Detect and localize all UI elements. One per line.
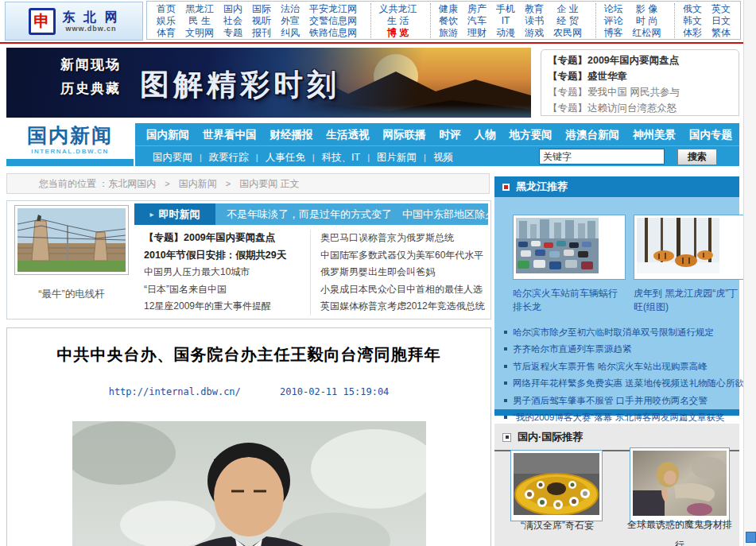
channel-link[interactable]: 生活透视	[327, 129, 370, 141]
sidebar2-thumb-banquet[interactable]	[510, 450, 603, 521]
sidebar-link[interactable]: 男子酒后驾车肇事不服管 口手并用咬伤两名交警	[513, 396, 708, 405]
sidebar1-thumb-traffic[interactable]: 哈尔滨火车站前车辆蜗行排长龙	[513, 215, 626, 314]
top-nav-link[interactable]: 评论	[604, 15, 623, 26]
channel-link[interactable]: 国内专题	[689, 129, 732, 141]
top-nav-link[interactable]: 娱乐	[157, 15, 176, 26]
sidebar-link[interactable]: 网络拜年花样繁多免费实惠 送菜地传视频送礼物随心所欲	[513, 378, 744, 388]
top-nav-link[interactable]: 法治	[281, 3, 300, 14]
headline-link[interactable]: 2010年节假日安排：假期共29天	[144, 250, 286, 261]
sidebar-link[interactable]: “我的2009博客大赛”落幕 东北博客网友两篇文章获奖	[513, 412, 724, 422]
channel-link[interactable]: 港澳台新闻	[566, 129, 620, 141]
breadcrumb-link[interactable]: 东北网国内	[108, 178, 156, 189]
headline-link[interactable]: “日本”国名来自中国	[144, 284, 227, 295]
top-nav-link[interactable]: 俄文	[683, 3, 702, 14]
headline-link[interactable]: 中国男人压力最大10城市	[144, 266, 250, 277]
top-nav-link[interactable]: 餐饮	[439, 15, 458, 26]
top-nav-link[interactable]: 生 活	[379, 15, 417, 26]
headline-link[interactable]: 英国媒体称普京考虑2012年竞选俄总统	[320, 300, 485, 312]
breadcrumb-link[interactable]: 国内新闻	[179, 178, 217, 189]
top-nav-link[interactable]: 手机	[496, 3, 515, 14]
subchannel-link[interactable]: 人事任免	[266, 152, 305, 163]
top-nav-link[interactable]: 读书	[525, 15, 544, 26]
subchannel-link[interactable]: 视频	[433, 152, 453, 163]
channel-link[interactable]: 人物	[475, 129, 496, 141]
top-nav-link[interactable]: 社会	[223, 15, 242, 26]
top-nav-link[interactable]: 黑龙江	[185, 3, 214, 14]
photo-card[interactable]: “最牛”的电线杆	[13, 205, 130, 301]
top-nav-link[interactable]: 韩文	[683, 15, 702, 26]
top-nav-link[interactable]: 理财	[467, 27, 487, 38]
special-topic-link[interactable]: 【专题】爱我中国 网民共参与	[548, 84, 739, 100]
news-ticker[interactable]: 不是年味淡了，而是过年的方式变了 中国中东部地区除夕之际将迎大雪	[215, 203, 488, 225]
top-nav-link[interactable]: 论坛	[604, 3, 623, 14]
top-nav-link[interactable]: 博客	[604, 27, 623, 38]
channel-link[interactable]: 时评	[440, 129, 461, 141]
top-nav-link[interactable]: 义共龙江	[379, 3, 417, 14]
search-button[interactable]: 搜索	[677, 149, 717, 165]
top-nav-link[interactable]: 游戏	[525, 27, 544, 38]
top-nav-link[interactable]: 日文	[711, 15, 731, 26]
scrollbar-button[interactable]	[746, 532, 756, 543]
top-nav-link[interactable]: 企 业	[553, 3, 582, 14]
top-nav-link[interactable]: 英文	[711, 3, 731, 14]
channel-link[interactable]: 神州美景	[633, 129, 676, 141]
top-nav-link[interactable]: 旅游	[439, 27, 458, 38]
top-nav-link[interactable]: 体彩	[683, 27, 702, 38]
top-nav-link[interactable]: IT	[496, 15, 515, 26]
top-nav-link[interactable]: 交警信息网	[309, 15, 357, 26]
special-topic-link[interactable]: 【专题】盛世华章	[548, 68, 739, 84]
top-nav-link[interactable]: 视听	[252, 15, 271, 26]
special-topic-link[interactable]: 【专题】2009年国内要闻盘点	[548, 52, 739, 68]
subchannel-link[interactable]: 政要行踪	[209, 152, 249, 163]
channel-link[interactable]: 地方要闻	[510, 129, 552, 141]
top-nav-link[interactable]: 铁路信息网	[309, 27, 357, 38]
channel-link[interactable]: 世界看中国	[203, 129, 257, 141]
thumb-caption[interactable]: “满汉全席”奇石宴	[504, 519, 611, 532]
thumb-caption[interactable]: 虎年到 黑龙江虎园“虎”丁旺(组图)	[634, 287, 746, 314]
top-nav-link[interactable]: 平安龙江网	[309, 3, 357, 14]
top-nav-link[interactable]: 动漫	[496, 27, 515, 38]
breadcrumb-link[interactable]: 国内要闻	[239, 178, 277, 189]
headline-link[interactable]: 12星座2009年的重大事件提醒	[144, 300, 271, 312]
top-nav-link[interactable]: 民 生	[185, 15, 214, 26]
subchannel-link[interactable]: 科技、IT	[322, 152, 361, 163]
top-nav-link[interactable]: 首页	[157, 3, 176, 14]
top-nav-link[interactable]: 红松网	[633, 27, 661, 38]
top-nav-link[interactable]: 影 像	[633, 3, 661, 14]
sidebar-link[interactable]: 齐齐哈尔市直通列车票源趋紧	[513, 344, 632, 354]
instant-news-tab[interactable]: ▸ 即时新闻	[134, 203, 215, 225]
top-nav-link[interactable]: 体育	[157, 27, 176, 38]
top-nav-link[interactable]: 健康	[439, 3, 458, 14]
top-nav-link[interactable]: 文明网	[185, 27, 214, 38]
top-nav-link[interactable]: 博 览	[379, 27, 417, 38]
headline-link[interactable]: 小泉成日本民众心目中首相的最佳人选	[320, 284, 483, 295]
subchannel-link[interactable]: 图片新闻	[377, 152, 417, 163]
sidebar1-thumb-tigers[interactable]: 虎年到 黑龙江虎园“虎”丁旺(组图)	[634, 215, 746, 314]
search-input[interactable]	[539, 149, 665, 165]
top-nav-link[interactable]: 汽车	[467, 15, 487, 26]
sidebar-link[interactable]: 节后返程火车票开售 哈尔滨火车站出现购票高峰	[513, 362, 708, 371]
top-nav-link[interactable]: 教育	[525, 3, 544, 14]
top-nav-link[interactable]: 国内	[223, 3, 242, 14]
sidebar-link[interactable]: 哈尔滨市除夕至初六临时取消单双号限制通行规定	[513, 327, 714, 337]
headline-link[interactable]: 【专题】2009年国内要闻盘点	[144, 232, 275, 243]
sidebar2-thumb-model[interactable]	[630, 447, 730, 522]
top-nav-link[interactable]: 繁体	[711, 27, 731, 38]
top-nav-link[interactable]: 专题	[223, 27, 242, 38]
top-nav-link[interactable]: 时 尚	[633, 15, 661, 26]
top-nav-link[interactable]: 纠风	[281, 27, 300, 38]
promo-banner[interactable]: 新闻现场 历史典藏 图解精彩时刻	[6, 48, 531, 118]
headline-link[interactable]: 奥巴马口误称普京为俄罗斯总统	[320, 232, 454, 243]
top-nav-link[interactable]: 经 贸	[553, 15, 582, 26]
channel-link[interactable]: 国内新闻	[146, 129, 189, 141]
thumb-caption[interactable]: 全球最诱惑的魔鬼身材排行 （组图）	[623, 514, 736, 546]
channel-link[interactable]: 网际联播	[383, 129, 426, 141]
scrollbar-track[interactable]	[743, 0, 756, 546]
top-nav-link[interactable]: 报刊	[252, 27, 271, 38]
article-source-url[interactable]: http://internal.dbw.cn/	[109, 386, 241, 397]
headline-link[interactable]: 俄罗斯男婴出生即会叫爸妈	[320, 266, 435, 277]
channel-link[interactable]: 财经播报	[270, 129, 313, 141]
top-nav-link[interactable]: 房产	[467, 3, 487, 14]
site-logo[interactable]: 申 东 北 网 www.dbw.cn	[5, 2, 143, 41]
top-nav-link[interactable]: 农民网	[553, 27, 582, 38]
